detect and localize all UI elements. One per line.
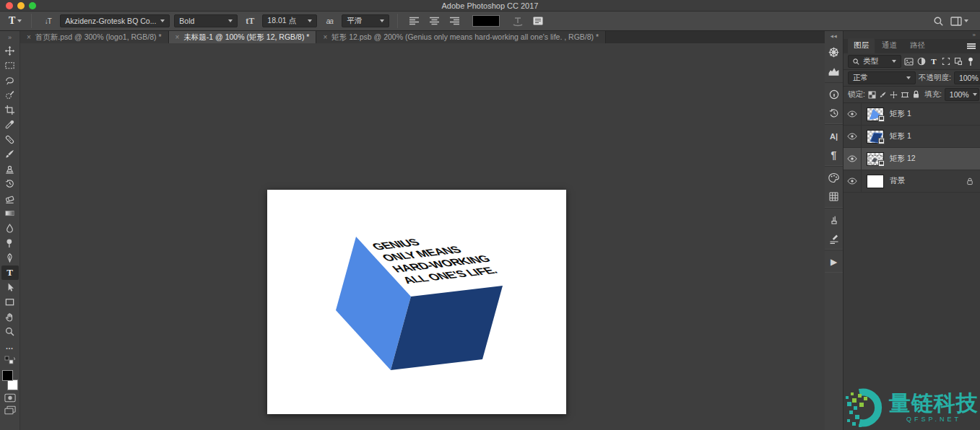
- quick-mask-icon[interactable]: [4, 393, 16, 403]
- visibility-toggle[interactable]: [844, 126, 862, 147]
- toolbar-expand-button[interactable]: »: [0, 31, 19, 43]
- history-brush-tool[interactable]: [1, 177, 19, 192]
- artboard[interactable]: GENIUS ONLY MEANS HARD-WORKING ALL ONE'S…: [267, 190, 566, 414]
- expand-panel-button[interactable]: »: [973, 32, 976, 38]
- eraser-tool[interactable]: [1, 191, 19, 206]
- tool-preset-picker[interactable]: T: [7, 15, 23, 27]
- layer-row-1[interactable]: 矩形 1: [844, 103, 980, 126]
- fill-select[interactable]: 100%: [945, 88, 979, 101]
- clone-stamp-tool[interactable]: [1, 162, 19, 177]
- filter-type-layers-button[interactable]: T: [929, 56, 938, 67]
- path-selection-tool[interactable]: [1, 280, 19, 295]
- document-tab-3[interactable]: × 矩形 12.psb @ 200% (Genius only means ha…: [316, 31, 606, 43]
- visibility-toggle[interactable]: [844, 170, 862, 192]
- character-panel-button[interactable]: A|: [825, 128, 843, 144]
- swatches-panel-button[interactable]: [825, 170, 843, 186]
- close-tab-icon[interactable]: ×: [175, 33, 180, 41]
- histogram-panel-button[interactable]: [825, 63, 843, 79]
- filter-adjustment-layers-button[interactable]: [916, 56, 926, 67]
- minimize-window-button[interactable]: [17, 2, 25, 9]
- filter-shape-layers-button[interactable]: [942, 56, 951, 67]
- lock-all-button[interactable]: [912, 89, 920, 100]
- close-tab-icon[interactable]: ×: [27, 33, 31, 41]
- lock-position-button[interactable]: [890, 89, 898, 100]
- layer-name[interactable]: 背景: [890, 176, 905, 186]
- brush-presets-panel-button[interactable]: [825, 211, 843, 228]
- tab-layers[interactable]: 图层: [848, 38, 875, 53]
- font-family-select[interactable]: Akzidenz-Grotesk BQ Co...: [60, 14, 170, 27]
- tool-presets-panel-button[interactable]: [825, 230, 843, 247]
- filter-type-select[interactable]: 类型: [848, 55, 901, 68]
- type-tool[interactable]: T: [1, 266, 19, 281]
- history-panel-button[interactable]: [825, 105, 843, 121]
- layer-row-2[interactable]: 矩形 1: [844, 126, 980, 148]
- align-center-button[interactable]: [426, 14, 442, 28]
- paragraph-panel-button[interactable]: ¶: [825, 146, 843, 163]
- zoom-window-button[interactable]: [29, 2, 36, 9]
- blur-tool[interactable]: [1, 221, 19, 236]
- font-style-select[interactable]: Bold: [174, 14, 238, 27]
- navigator-panel-button[interactable]: [825, 44, 843, 61]
- layer-thumbnail[interactable]: [867, 175, 884, 188]
- background-color-swatch[interactable]: [7, 379, 18, 390]
- lasso-tool[interactable]: [1, 73, 19, 88]
- layer-name[interactable]: 矩形 1: [890, 109, 911, 119]
- filter-pixel-layers-button[interactable]: [904, 56, 914, 67]
- text-color-swatch[interactable]: [472, 15, 500, 27]
- eyedropper-tool[interactable]: [1, 118, 19, 133]
- align-left-button[interactable]: [406, 14, 422, 28]
- quick-selection-tool[interactable]: [1, 88, 19, 103]
- search-button[interactable]: [930, 14, 946, 28]
- visibility-toggle[interactable]: [844, 148, 862, 170]
- collapse-dock-button[interactable]: ◀◀: [825, 31, 843, 41]
- pen-tool[interactable]: [1, 250, 19, 266]
- edit-toolbar-button[interactable]: …: [1, 339, 19, 354]
- document-tab-1[interactable]: × 首页新.psd @ 300% (logo1, RGB/8) *: [20, 31, 169, 43]
- canvas-area[interactable]: GENIUS ONLY MEANS HARD-WORKING ALL ONE'S…: [20, 43, 825, 430]
- brush-tool[interactable]: [1, 147, 19, 162]
- spot-healing-brush-tool[interactable]: [1, 132, 19, 147]
- filter-smart-objects-button[interactable]: [954, 56, 963, 67]
- foreground-color-swatch[interactable]: [2, 370, 13, 381]
- swap-colors-icon[interactable]: [4, 356, 16, 365]
- layer-name[interactable]: 矩形 1: [890, 131, 911, 141]
- layer-thumbnail[interactable]: [867, 130, 884, 144]
- layer-thumbnail[interactable]: [867, 108, 884, 121]
- dodge-tool[interactable]: [1, 236, 19, 251]
- text-orientation-button[interactable]: ↓T: [40, 14, 56, 28]
- layer-row-4-background[interactable]: 背景: [844, 170, 980, 193]
- document-tab-2-active[interactable]: × 未标题-1 @ 100% (矩形 12, RGB/8) *: [169, 31, 317, 43]
- blend-mode-select[interactable]: 正常: [848, 71, 916, 84]
- font-size-select[interactable]: 18.01 点: [262, 14, 317, 27]
- layer-row-3-selected[interactable]: 矩形 12: [844, 148, 980, 170]
- lock-pixels-button[interactable]: [879, 89, 887, 100]
- hand-tool[interactable]: [1, 310, 19, 325]
- rectangular-marquee-tool[interactable]: [1, 58, 19, 74]
- actions-panel-button[interactable]: ▶: [825, 253, 843, 270]
- lock-transparency-button[interactable]: [868, 89, 876, 100]
- lock-artboard-button[interactable]: [901, 89, 909, 100]
- info-panel-button[interactable]: [825, 86, 843, 102]
- crop-tool[interactable]: [1, 102, 19, 118]
- gradient-tool[interactable]: [1, 206, 19, 221]
- foreground-background-swatches[interactable]: [1, 370, 19, 390]
- move-tool[interactable]: [1, 43, 19, 58]
- screen-mode-icon[interactable]: [4, 405, 16, 415]
- tab-channels[interactable]: 通道: [876, 38, 903, 53]
- close-window-button[interactable]: [6, 2, 13, 9]
- align-right-button[interactable]: [446, 14, 462, 28]
- warp-text-button[interactable]: [510, 14, 526, 28]
- toggle-character-panel-button[interactable]: [530, 14, 546, 28]
- filter-toggle-button[interactable]: [966, 56, 976, 67]
- anti-alias-select[interactable]: 平滑: [342, 14, 389, 27]
- color-table-panel-button[interactable]: [825, 188, 843, 205]
- workspace-switcher-button[interactable]: [950, 14, 968, 28]
- layer-thumbnail[interactable]: [867, 152, 884, 166]
- tab-paths[interactable]: 路径: [904, 38, 931, 53]
- rectangle-tool[interactable]: [1, 295, 19, 310]
- opacity-select[interactable]: 100%: [954, 71, 980, 84]
- layer-name[interactable]: 矩形 12: [890, 154, 916, 164]
- visibility-toggle[interactable]: [844, 103, 862, 125]
- zoom-tool[interactable]: [1, 325, 19, 340]
- close-tab-icon[interactable]: ×: [323, 33, 327, 41]
